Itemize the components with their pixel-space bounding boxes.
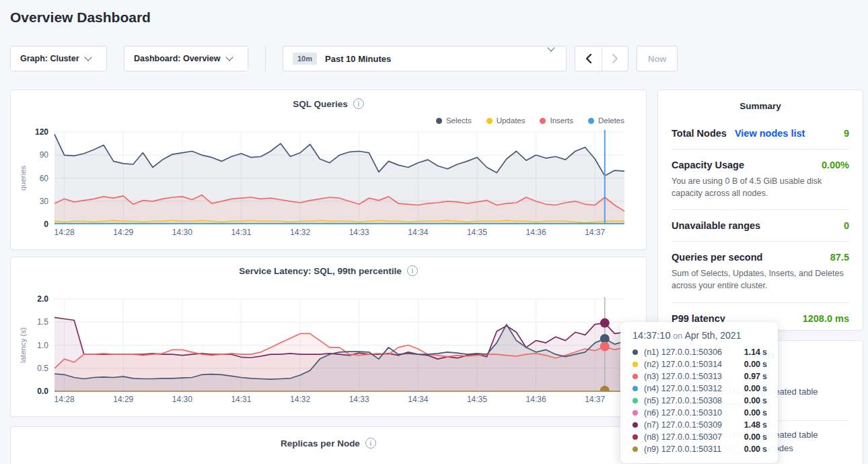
svg-text:30: 30 — [40, 197, 49, 206]
prev-range-button[interactable] — [575, 46, 602, 71]
tooltip-unit: s — [762, 420, 767, 430]
chevron-down-icon — [84, 53, 92, 61]
tooltip-row: (n1) 127.0.0.1:503061.14s — [632, 346, 767, 358]
sql-queries-chart[interactable]: 030609012014:2814:2914:3014:3114:3214:33… — [11, 128, 646, 248]
summary-row-unavailable: Unavailable ranges 0 — [672, 210, 849, 242]
series-color-dot-icon — [632, 386, 638, 391]
summary-value: 0.00% — [822, 160, 849, 170]
tooltip-node-value: 0.00 — [744, 384, 760, 393]
info-icon[interactable] — [353, 98, 364, 109]
tooltip-row: (n4) 127.0.0.1:503120.00s — [632, 383, 767, 395]
legend-label: Selects — [446, 117, 472, 125]
chart-title: Service Latency: SQL, 99th percentile — [239, 266, 402, 276]
chevron-left-icon — [587, 55, 591, 63]
tooltip-row: (n2) 127.0.0.1:503140.00s — [632, 358, 767, 370]
tooltip-unit: s — [762, 396, 767, 405]
svg-text:14:37: 14:37 — [585, 395, 605, 404]
tooltip-row: (n3) 127.0.0.1:503130.97s — [632, 370, 767, 383]
tooltip-node-name: (n8) 127.0.0.1:50307 — [644, 432, 722, 442]
legend-dot-icon — [486, 118, 493, 124]
series-color-dot-icon — [632, 446, 638, 452]
summary-panel: Summary Total Nodes View nodes list 9 Ca… — [657, 90, 863, 331]
svg-text:14:29: 14:29 — [113, 395, 133, 404]
service-latency-chart-card: Service Latency: SQL, 99th percentile 0.… — [10, 257, 647, 417]
legend-item-selects[interactable]: Selects — [436, 114, 472, 127]
info-icon[interactable] — [407, 265, 418, 276]
tooltip-node-value: 1.14 — [744, 347, 760, 357]
tooltip-unit: s — [762, 347, 767, 357]
legend-label: Inserts — [550, 117, 573, 125]
toolbar: Graph: Cluster Dashboard: Overview 10m P… — [10, 46, 678, 71]
graph-dropdown-label: Graph: Cluster — [20, 54, 79, 63]
info-icon[interactable] — [365, 438, 376, 449]
view-nodes-list-link[interactable]: View nodes list — [735, 128, 805, 139]
graph-dropdown[interactable]: Graph: Cluster — [10, 46, 107, 71]
tooltip-node-value: 0.00 — [744, 396, 760, 405]
legend-dot-icon — [588, 118, 594, 124]
tooltip-unit: s — [762, 432, 767, 442]
legend-item-inserts[interactable]: Inserts — [540, 114, 573, 127]
svg-text:14:32: 14:32 — [290, 228, 310, 237]
svg-text:14:36: 14:36 — [526, 395, 546, 404]
tooltip-node-name: (n2) 127.0.0.1:50314 — [644, 360, 722, 369]
tooltip-node-name: (n1) 127.0.0.1:50306 — [644, 347, 722, 357]
svg-text:0.5: 0.5 — [37, 364, 48, 373]
series-color-dot-icon — [632, 374, 638, 379]
svg-text:14:36: 14:36 — [526, 228, 546, 237]
svg-text:14:28: 14:28 — [55, 395, 75, 404]
tooltip-row: (n8) 127.0.0.1:503070.00s — [632, 431, 767, 443]
tooltip-node-name: (n7) 127.0.0.1:50309 — [644, 420, 722, 430]
svg-text:14:32: 14:32 — [290, 395, 310, 404]
tooltip-node-value: 1.48 — [744, 420, 760, 430]
summary-description: Sum of Selects, Updates, Inserts, and De… — [672, 267, 849, 292]
summary-label: Queries per second — [672, 252, 762, 263]
tooltip-row: (n7) 127.0.0.1:503091.48s — [632, 419, 767, 431]
tooltip-node-value: 0.00 — [744, 360, 760, 369]
legend-item-deletes[interactable]: Deletes — [588, 114, 624, 127]
svg-text:14:31: 14:31 — [231, 228, 251, 237]
service-latency-chart[interactable]: 0.00.51.01.52.014:2814:2914:3014:3114:32… — [11, 295, 646, 416]
tooltip-unit: s — [762, 384, 767, 393]
svg-text:14:33: 14:33 — [349, 228, 369, 237]
summary-label: Capacity Usage — [672, 160, 744, 170]
summary-title: Summary — [672, 101, 849, 111]
dashboard-dropdown[interactable]: Dashboard: Overview — [124, 46, 248, 71]
series-color-dot-icon — [632, 398, 638, 403]
svg-text:14:28: 14:28 — [55, 228, 75, 237]
svg-text:2.0: 2.0 — [37, 295, 48, 304]
tooltip-row: (n9) 127.0.0.1:503110.00s — [632, 443, 767, 455]
svg-text:latency (s): latency (s) — [19, 327, 27, 363]
tooltip-unit: s — [762, 408, 767, 418]
tooltip-row: (n6) 127.0.0.1:503100.00s — [632, 407, 767, 419]
summary-row-qps: Queries per second 87.5 Sum of Selects, … — [672, 242, 849, 302]
sql-queries-chart-card: SQL Queries SelectsUpdatesInsertsDeletes… — [10, 90, 647, 250]
svg-text:60: 60 — [40, 174, 49, 183]
chevron-down-icon — [547, 44, 554, 51]
svg-text:queries: queries — [19, 165, 27, 191]
next-range-button[interactable] — [602, 46, 628, 71]
time-range-label: Past 10 Minutes — [325, 54, 391, 64]
series-color-dot-icon — [632, 434, 638, 440]
svg-text:0.0: 0.0 — [37, 387, 48, 396]
summary-description: You are using 0 B of 4.5 GiB usable disk… — [672, 175, 849, 199]
series-color-dot-icon — [632, 410, 638, 416]
time-arrows — [575, 46, 628, 71]
chevron-down-icon — [225, 53, 233, 61]
svg-text:120: 120 — [35, 128, 48, 137]
summary-value: 1208.0 ms — [803, 313, 849, 324]
legend-label: Deletes — [598, 117, 624, 125]
legend-label: Updates — [497, 117, 526, 125]
svg-text:90: 90 — [40, 150, 49, 160]
time-range-dropdown[interactable]: 10m Past 10 Minutes — [283, 46, 567, 71]
summary-row-capacity: Capacity Usage 0.00% You are using 0 B o… — [672, 150, 849, 210]
legend-item-updates[interactable]: Updates — [486, 114, 526, 127]
chart-hover-tooltip: 14:37:10 on Apr 5th, 2021 (n1) 127.0.0.1… — [620, 322, 778, 463]
chart-title: Replicas per Node — [281, 438, 360, 449]
summary-label: Total Nodes — [672, 128, 727, 139]
tooltip-node-value: 0.00 — [744, 432, 760, 442]
now-button[interactable]: Now — [637, 46, 678, 71]
svg-text:14:34: 14:34 — [408, 228, 428, 237]
svg-text:1.5: 1.5 — [37, 317, 48, 327]
svg-text:14:29: 14:29 — [113, 228, 133, 237]
series-color-dot-icon — [632, 422, 638, 428]
